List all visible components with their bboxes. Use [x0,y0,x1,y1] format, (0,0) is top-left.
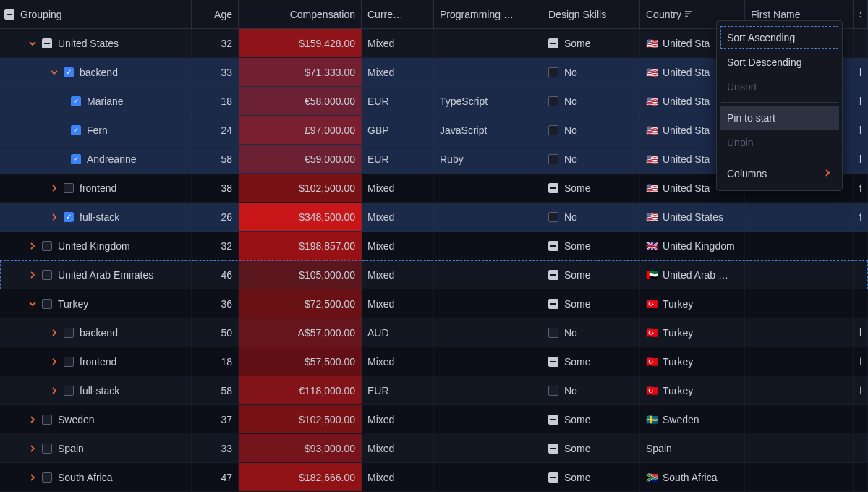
cell-grouping[interactable]: ✓backend [0,58,192,86]
checkbox[interactable] [548,38,558,48]
checkbox[interactable] [64,386,74,396]
checkbox[interactable] [548,96,558,106]
checkbox[interactable] [548,67,558,77]
checkbox[interactable] [42,299,52,309]
checkbox[interactable] [548,386,558,396]
programming-value: Ruby [440,153,464,165]
checkbox[interactable] [548,183,558,193]
checkbox[interactable] [42,472,52,483]
menu-sort-descending[interactable]: Sort Descending [717,50,842,75]
currency-value: Mixed [367,269,394,281]
cell-grouping[interactable]: United Kingdom [0,232,192,260]
currency-value: Mixed [367,298,394,310]
checkbox[interactable]: ✓ [64,67,74,77]
row-label: South Africa [58,472,113,483]
table-row[interactable]: South Africa47$182,666.00MixedSome🇿🇦Sout… [0,463,868,492]
chevron-down-icon[interactable] [27,38,38,48]
menu-pin-to-start[interactable]: Pin to start [720,106,839,130]
table-row[interactable]: ✓full-stack26$348,500.00MixedNo🇺🇸United … [0,203,868,232]
checkbox[interactable] [42,444,52,454]
compensation-value: $182,666.00 [299,472,355,483]
checkbox[interactable] [548,270,558,280]
table-row[interactable]: backend50A$57,000.00AUDNo🇹🇷Turkeyb [0,318,868,347]
cell-grouping[interactable]: South Africa [0,463,192,491]
checkbox[interactable] [64,357,74,367]
checkbox[interactable] [548,241,558,251]
cell-grouping[interactable]: frontend [0,347,192,376]
flag-icon: 🇺🇸 [646,96,658,107]
chevron-right-icon[interactable] [27,472,38,483]
checkbox[interactable]: ✓ [71,96,81,106]
chevron-right-icon[interactable] [49,386,59,396]
header-grouping[interactable]: Grouping [0,0,192,28]
cell-grouping[interactable]: Turkey [0,289,192,318]
checkbox[interactable] [548,357,558,367]
cell-grouping[interactable]: full-stack [0,376,192,404]
chevron-right-icon[interactable] [49,183,59,193]
cell-grouping[interactable]: ✓Andreanne [0,145,192,173]
chevron-right-icon[interactable] [27,444,38,454]
cell-programming [434,405,542,433]
chevron-right-icon [823,169,832,179]
header-country-label: Country [646,9,681,20]
menu-sort-ascending[interactable]: Sort Ascending [720,25,839,50]
checkbox[interactable] [548,212,558,222]
design-value: Some [564,240,591,252]
cell-grouping[interactable]: Spain [0,434,192,462]
checkbox[interactable] [548,154,558,164]
chevron-right-icon[interactable] [49,212,59,222]
checkbox[interactable] [548,328,558,338]
cell-design: No [542,318,640,347]
header-currency[interactable]: Curre… [362,0,434,28]
checkbox[interactable] [64,183,74,193]
chevron-right-icon[interactable] [49,357,59,367]
chevron-right-icon[interactable] [27,415,38,425]
checkbox[interactable] [42,38,52,48]
cell-grouping[interactable]: United Arab Emirates [0,260,192,289]
cell-age: 38 [192,174,239,202]
cell-grouping[interactable]: Sweden [0,405,192,433]
header-checkbox[interactable] [4,9,14,20]
cell-grouping[interactable]: ✓Fern [0,116,192,144]
checkbox[interactable] [64,328,74,338]
header-grouping-label: Grouping [20,9,62,20]
checkbox[interactable] [548,444,558,454]
checkbox[interactable] [548,415,558,425]
cell-grouping[interactable]: United States [0,29,192,57]
table-row[interactable]: United Arab Emirates46$105,000.00MixedSo… [0,260,868,289]
cell-grouping[interactable]: frontend [0,174,192,202]
checkbox[interactable] [42,415,52,425]
checkbox[interactable] [548,125,558,135]
cell-age: 32 [192,29,239,57]
table-row[interactable]: Turkey36$72,500.00MixedSome🇹🇷Turkey [0,289,868,318]
cell-grouping[interactable]: ✓full-stack [0,203,192,231]
checkbox[interactable] [548,472,558,483]
checkbox[interactable]: ✓ [64,212,74,222]
checkbox[interactable]: ✓ [71,154,81,164]
checkbox[interactable] [42,270,52,280]
compensation-value: $198,857.00 [299,240,355,252]
cell-age: 37 [192,405,239,433]
table-row[interactable]: Spain33$93,000.00MixedSomeSpain [0,434,868,463]
chevron-right-icon[interactable] [27,270,38,280]
checkbox[interactable] [42,241,52,251]
table-row[interactable]: frontend18$57,500.00MixedSome🇹🇷Turkeyf [0,347,868,376]
checkbox[interactable] [548,299,558,309]
cell-grouping[interactable]: ✓Mariane [0,87,192,115]
table-row[interactable]: Sweden37$102,500.00MixedSome🇸🇪Sweden [0,405,868,434]
table-row[interactable]: full-stack58€118,000.00EURNo🇹🇷Turkeyf [0,376,868,405]
table-row[interactable]: United Kingdom32$198,857.00MixedSome🇬🇧Un… [0,232,868,260]
chevron-down-icon[interactable] [27,299,38,309]
cell-grouping[interactable]: backend [0,318,192,347]
cell-design: No [542,87,640,115]
checkbox[interactable]: ✓ [71,125,81,135]
chevron-down-icon[interactable] [49,67,59,77]
chevron-right-icon[interactable] [49,328,59,338]
header-compensation[interactable]: Compensation [239,0,362,28]
menu-columns[interactable]: Columns [717,161,842,186]
header-design[interactable]: Design Skills [542,0,640,28]
header-programming[interactable]: Programming … [434,0,542,28]
chevron-right-icon[interactable] [27,241,38,251]
header-age[interactable]: Age [192,0,239,28]
header-extra[interactable]: S [854,0,868,28]
